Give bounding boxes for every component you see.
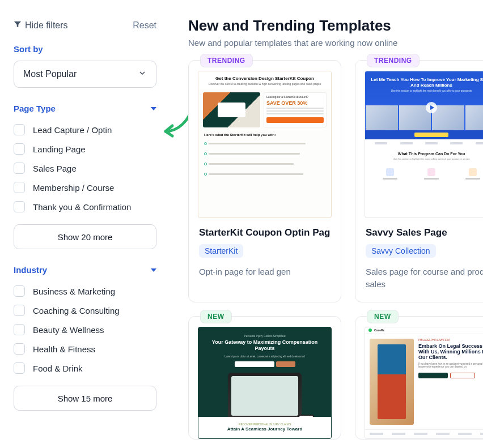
- template-card[interactable]: NEW CaseRx PHILADELPHIA LAW FIRM Embark …: [355, 316, 483, 440]
- thumb-headline: Let Me Teach You How To Improve Your Mar…: [371, 77, 483, 88]
- checkbox-row[interactable]: Food & Drink: [14, 359, 156, 378]
- thumb-section-sub: Use this section to highlight the main s…: [370, 157, 483, 160]
- template-card[interactable]: TRENDING Let Me Teach You How To Improve…: [355, 60, 483, 302]
- template-thumbnail: CaseRx PHILADELPHIA LAW FIRM Embark On L…: [365, 327, 483, 439]
- filter-group-industry: Industry Business & Marketing Coaching &…: [14, 265, 156, 411]
- template-card[interactable]: TRENDING Get the Conversion Design Start…: [188, 60, 341, 302]
- filter-sidebar: Hide filters Reset Sort by Most Popular …: [0, 0, 170, 448]
- thumb-headline: Embark On Legal Success With Us, Winning…: [418, 343, 483, 361]
- template-thumbnail: Get the Conversion Design StarterKit Cou…: [198, 71, 332, 218]
- thumb-promo-big: SAVE OVER 30%: [266, 100, 324, 106]
- thumb-brand: CaseRx: [374, 328, 384, 332]
- checkbox-label: Landing Page: [33, 144, 86, 154]
- hide-filters-button[interactable]: Hide filters: [14, 20, 68, 31]
- template-desc: Opt-in page for lead gen: [199, 266, 331, 278]
- page-type-header[interactable]: Page Type: [14, 104, 156, 113]
- checkbox-label: Sales Page: [33, 164, 77, 173]
- filter-header: Hide filters Reset: [14, 20, 156, 31]
- caret-down-icon: [151, 268, 156, 272]
- thumb-promo-label: Looking for a StarterKit discount?: [266, 95, 324, 99]
- badge-new: NEW: [367, 310, 399, 323]
- checkbox[interactable]: [14, 305, 25, 316]
- checkbox-row[interactable]: Sales Page: [14, 159, 156, 178]
- checkbox[interactable]: [14, 182, 25, 193]
- chevron-down-icon: [138, 69, 147, 80]
- collection-tag[interactable]: Savvy Collection: [366, 244, 436, 258]
- thumb-list-title: Here's what the StarterKit will help you…: [204, 133, 325, 136]
- caret-down-icon: [151, 107, 156, 110]
- checkbox-label: Health & Fitness: [33, 344, 95, 354]
- template-title: StarterKit Coupon Optin Page: [199, 227, 331, 238]
- checkbox[interactable]: [14, 163, 25, 174]
- hide-filters-label: Hide filters: [25, 20, 68, 31]
- checkbox-label: Thank you & Confirmation: [33, 202, 131, 212]
- checkbox[interactable]: [14, 143, 25, 155]
- checkbox[interactable]: [14, 324, 25, 335]
- checkbox[interactable]: [14, 362, 25, 374]
- checkbox-label: Coaching & Consulting: [33, 306, 120, 315]
- card-row: NEW Personal Injury Claims Simplified Yo…: [188, 316, 483, 440]
- main-content: New and Trending Templates New and popul…: [170, 0, 483, 448]
- sort-dropdown[interactable]: Most Popular: [14, 61, 156, 88]
- thumb-headline: Get the Conversion Design StarterKit Cou…: [204, 76, 325, 81]
- checkbox-row[interactable]: Lead Capture / Optin: [14, 120, 156, 139]
- template-card[interactable]: NEW Personal Injury Claims Simplified Yo…: [188, 316, 341, 440]
- thumb-headline: Your Gateway to Maximizing Compensation …: [204, 339, 325, 352]
- page-subtitle: New and popular templates that are worki…: [188, 38, 483, 48]
- template-thumbnail: Let Me Teach You How To Improve Your Mar…: [365, 71, 483, 218]
- thumb-section-tag: RECOVER PERSONAL INJURY CLAIMS: [239, 423, 291, 426]
- checkbox-label: Food & Drink: [33, 364, 83, 373]
- thumb-cta: [266, 117, 324, 123]
- checkbox[interactable]: [14, 201, 25, 212]
- checkbox-row[interactable]: Beauty & Wellness: [14, 320, 156, 339]
- checkbox-row[interactable]: Thank you & Confirmation: [14, 197, 156, 216]
- checkbox[interactable]: [14, 343, 25, 355]
- checkbox-row[interactable]: Landing Page: [14, 139, 156, 159]
- checkbox-row[interactable]: Membership / Course: [14, 178, 156, 197]
- page-type-label: Page Type: [14, 104, 56, 113]
- card-row: TRENDING Get the Conversion Design Start…: [188, 60, 483, 302]
- checkbox-label: Beauty & Wellness: [33, 325, 104, 335]
- thumb-sub: Use this section to highlight the main b…: [371, 89, 483, 92]
- checkbox[interactable]: [14, 285, 25, 297]
- reset-button[interactable]: Reset: [133, 20, 156, 31]
- template-thumbnail: Personal Injury Claims Simplified Your G…: [198, 327, 332, 439]
- sort-label: Sort by: [14, 44, 156, 54]
- thumb-section-title: What This Program Can Do For You: [370, 152, 483, 156]
- page-title: New and Trending Templates: [188, 17, 483, 35]
- thumb-section-title: Attain A Seamless Journey Toward: [227, 427, 303, 432]
- thumb-sub: If you have been hurt in an accident you…: [418, 362, 483, 369]
- play-icon: [426, 102, 437, 113]
- badge-new: NEW: [200, 310, 232, 323]
- thumb-sub: Lorem ipsum dolor sit amet, consectetur …: [224, 355, 304, 358]
- template-title: Savvy Sales Page: [366, 227, 483, 238]
- collection-tag[interactable]: StarterKit: [199, 244, 243, 258]
- checkbox-label: Membership / Course: [33, 183, 114, 193]
- thumb-cta: [414, 133, 448, 137]
- thumb-tag: Personal Injury Claims Simplified: [244, 334, 285, 338]
- checkbox-row[interactable]: Coaching & Consulting: [14, 301, 156, 320]
- thumb-marker: PHILADELPHIA LAW FIRM: [418, 339, 483, 342]
- show-more-industry[interactable]: Show 15 more: [14, 386, 156, 411]
- checkbox-row[interactable]: Health & Fitness: [14, 339, 156, 359]
- filter-group-page-type: Page Type Lead Capture / Optin Landing P…: [14, 104, 156, 249]
- industry-label: Industry: [14, 265, 47, 275]
- checkbox[interactable]: [14, 124, 25, 135]
- industry-header[interactable]: Industry: [14, 265, 156, 275]
- checkbox-label: Business & Marketing: [33, 287, 115, 296]
- checkbox-row[interactable]: Business & Marketing: [14, 281, 156, 301]
- checkbox-label: Lead Capture / Optin: [33, 125, 112, 135]
- sort-selected: Most Popular: [23, 69, 77, 79]
- badge-trending: TRENDING: [200, 54, 253, 67]
- show-more-page-type[interactable]: Show 20 more: [14, 224, 156, 249]
- template-desc: Sales page for course and product sales: [366, 266, 483, 291]
- badge-trending: TRENDING: [367, 54, 420, 67]
- filter-icon: [14, 20, 22, 31]
- thumb-sub: Discover the secret to creating beautifu…: [204, 82, 325, 86]
